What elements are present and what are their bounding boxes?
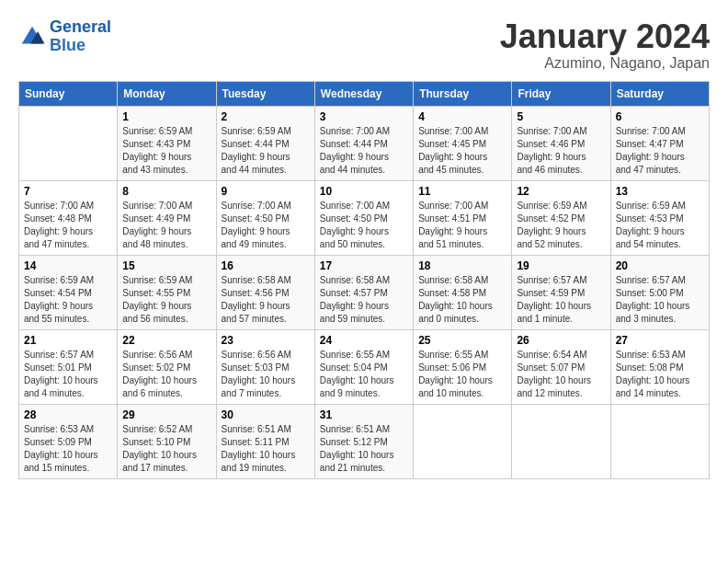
day-cell: 1Sunrise: 6:59 AMSunset: 4:43 PMDaylight… [118,106,216,180]
day-info: Sunrise: 6:59 AMSunset: 4:52 PMDaylight:… [517,200,605,251]
day-info: Sunrise: 6:56 AMSunset: 5:03 PMDaylight:… [222,349,310,400]
day-number: 5 [517,110,605,123]
day-number: 23 [222,334,310,347]
day-number: 27 [616,334,704,347]
title-block: January 2024 Azumino, Nagano, Japan [500,18,710,72]
day-number: 1 [122,110,210,123]
calendar-table: SundayMondayTuesdayWednesdayThursdayFrid… [18,81,710,479]
day-cell: 13Sunrise: 6:59 AMSunset: 4:53 PMDayligh… [610,180,709,255]
week-row-2: 14Sunrise: 6:59 AMSunset: 4:54 PMDayligh… [19,255,710,329]
day-number: 14 [24,259,112,272]
day-info: Sunrise: 6:52 AMSunset: 5:10 PMDaylight:… [122,423,210,475]
day-cell: 11Sunrise: 7:00 AMSunset: 4:51 PMDayligh… [414,180,512,255]
day-cell: 18Sunrise: 6:58 AMSunset: 4:58 PMDayligh… [414,255,512,329]
day-number: 2 [222,110,310,123]
day-info: Sunrise: 6:57 AMSunset: 4:59 PMDaylight:… [517,274,605,326]
day-number: 18 [418,259,506,272]
day-number: 16 [222,259,310,272]
day-number: 21 [24,334,112,347]
day-cell: 14Sunrise: 6:59 AMSunset: 4:54 PMDayligh… [19,255,118,329]
day-cell: 10Sunrise: 7:00 AMSunset: 4:50 PMDayligh… [314,180,413,255]
weekday-saturday: Saturday [610,81,709,106]
weekday-sunday: Sunday [19,81,118,106]
day-info: Sunrise: 7:00 AMSunset: 4:47 PMDaylight:… [616,125,704,177]
day-cell [19,106,118,180]
day-number: 7 [24,185,112,198]
day-cell [512,404,610,478]
day-cell: 29Sunrise: 6:52 AMSunset: 5:10 PMDayligh… [118,404,216,478]
day-info: Sunrise: 6:53 AMSunset: 5:08 PMDaylight:… [616,349,704,400]
day-info: Sunrise: 6:58 AMSunset: 4:57 PMDaylight:… [320,274,408,326]
day-info: Sunrise: 7:00 AMSunset: 4:51 PMDaylight:… [418,200,506,251]
day-cell: 15Sunrise: 6:59 AMSunset: 4:55 PMDayligh… [118,255,216,329]
day-cell: 16Sunrise: 6:58 AMSunset: 4:56 PMDayligh… [216,255,314,329]
day-info: Sunrise: 6:54 AMSunset: 5:07 PMDaylight:… [517,349,605,400]
day-cell: 7Sunrise: 7:00 AMSunset: 4:48 PMDaylight… [19,180,118,255]
day-number: 17 [320,259,408,272]
logo-icon [18,23,46,51]
day-number: 15 [122,259,210,272]
day-cell: 3Sunrise: 7:00 AMSunset: 4:44 PMDaylight… [314,106,413,180]
week-row-0: 1Sunrise: 6:59 AMSunset: 4:43 PMDaylight… [19,106,710,180]
day-number: 19 [517,259,605,272]
day-info: Sunrise: 7:00 AMSunset: 4:44 PMDaylight:… [320,125,408,177]
day-cell: 19Sunrise: 6:57 AMSunset: 4:59 PMDayligh… [512,255,610,329]
location: Azumino, Nagano, Japan [500,55,710,72]
day-number: 10 [320,185,408,198]
day-number: 22 [122,334,210,347]
weekday-thursday: Thursday [414,81,512,106]
weekday-header: SundayMondayTuesdayWednesdayThursdayFrid… [19,81,710,106]
day-cell: 24Sunrise: 6:55 AMSunset: 5:04 PMDayligh… [314,329,413,404]
week-row-3: 21Sunrise: 6:57 AMSunset: 5:01 PMDayligh… [19,329,710,404]
day-info: Sunrise: 6:51 AMSunset: 5:12 PMDaylight:… [320,423,408,475]
day-info: Sunrise: 6:51 AMSunset: 5:11 PMDaylight:… [222,423,310,475]
logo: General Blue [18,18,111,55]
day-info: Sunrise: 6:58 AMSunset: 4:58 PMDaylight:… [418,274,506,326]
day-number: 8 [122,185,210,198]
day-cell: 22Sunrise: 6:56 AMSunset: 5:02 PMDayligh… [118,329,216,404]
day-info: Sunrise: 7:00 AMSunset: 4:50 PMDaylight:… [222,200,310,251]
day-info: Sunrise: 6:55 AMSunset: 5:06 PMDaylight:… [418,349,506,400]
page-header: General Blue January 2024 Azumino, Nagan… [18,18,710,72]
day-number: 6 [616,110,704,123]
day-number: 13 [616,185,704,198]
day-info: Sunrise: 6:55 AMSunset: 5:04 PMDaylight:… [320,349,408,400]
day-cell: 21Sunrise: 6:57 AMSunset: 5:01 PMDayligh… [19,329,118,404]
day-cell: 8Sunrise: 7:00 AMSunset: 4:49 PMDaylight… [118,180,216,255]
day-cell: 27Sunrise: 6:53 AMSunset: 5:08 PMDayligh… [610,329,709,404]
day-info: Sunrise: 6:59 AMSunset: 4:53 PMDaylight:… [616,200,704,251]
day-number: 25 [418,334,506,347]
day-cell: 12Sunrise: 6:59 AMSunset: 4:52 PMDayligh… [512,180,610,255]
day-info: Sunrise: 6:59 AMSunset: 4:54 PMDaylight:… [24,274,112,326]
day-number: 20 [616,259,704,272]
day-cell: 28Sunrise: 6:53 AMSunset: 5:09 PMDayligh… [19,404,118,478]
day-number: 9 [222,185,310,198]
day-cell: 20Sunrise: 6:57 AMSunset: 5:00 PMDayligh… [610,255,709,329]
day-cell: 23Sunrise: 6:56 AMSunset: 5:03 PMDayligh… [216,329,314,404]
day-number: 24 [320,334,408,347]
day-cell: 25Sunrise: 6:55 AMSunset: 5:06 PMDayligh… [414,329,512,404]
day-cell: 31Sunrise: 6:51 AMSunset: 5:12 PMDayligh… [314,404,413,478]
day-info: Sunrise: 6:56 AMSunset: 5:02 PMDaylight:… [122,349,210,400]
day-info: Sunrise: 6:57 AMSunset: 5:00 PMDaylight:… [616,274,704,326]
day-cell [610,404,709,478]
day-number: 26 [517,334,605,347]
day-cell: 26Sunrise: 6:54 AMSunset: 5:07 PMDayligh… [512,329,610,404]
day-info: Sunrise: 6:58 AMSunset: 4:56 PMDaylight:… [222,274,310,326]
day-info: Sunrise: 7:00 AMSunset: 4:50 PMDaylight:… [320,200,408,251]
day-cell: 6Sunrise: 7:00 AMSunset: 4:47 PMDaylight… [610,106,709,180]
week-row-4: 28Sunrise: 6:53 AMSunset: 5:09 PMDayligh… [19,404,710,478]
day-number: 28 [24,408,112,421]
day-number: 4 [418,110,506,123]
day-number: 12 [517,185,605,198]
day-cell: 17Sunrise: 6:58 AMSunset: 4:57 PMDayligh… [314,255,413,329]
day-info: Sunrise: 6:59 AMSunset: 4:44 PMDaylight:… [222,125,310,177]
day-cell: 30Sunrise: 6:51 AMSunset: 5:11 PMDayligh… [216,404,314,478]
weekday-wednesday: Wednesday [314,81,413,106]
weekday-monday: Monday [118,81,216,106]
day-info: Sunrise: 6:57 AMSunset: 5:01 PMDaylight:… [24,349,112,400]
day-number: 11 [418,185,506,198]
day-number: 30 [222,408,310,421]
week-row-1: 7Sunrise: 7:00 AMSunset: 4:48 PMDaylight… [19,180,710,255]
day-cell: 9Sunrise: 7:00 AMSunset: 4:50 PMDaylight… [216,180,314,255]
